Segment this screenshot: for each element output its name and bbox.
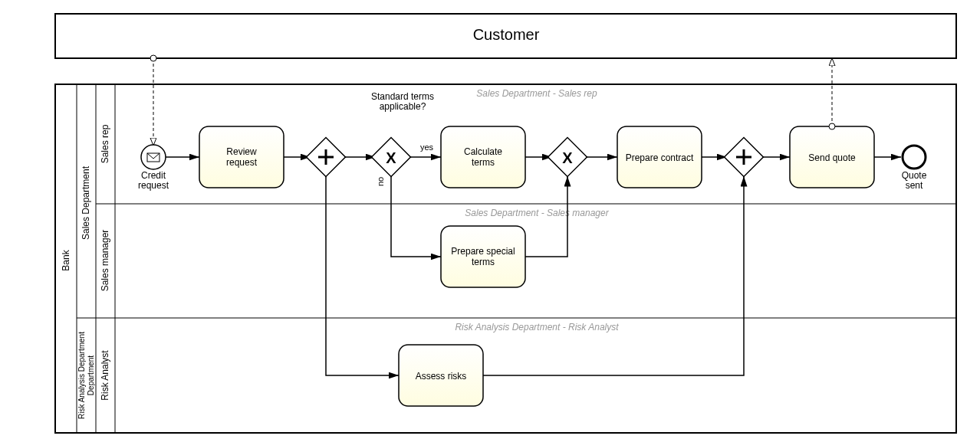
pool-customer: Customer: [55, 14, 956, 58]
svg-text:Standard terms: Standard terms: [371, 91, 434, 102]
svg-text:Department: Department: [87, 355, 95, 395]
svg-text:Assess risks: Assess risks: [416, 371, 467, 382]
sublane-sales-rep-caption: Sales Department - Sales rep: [476, 88, 597, 99]
svg-text:Prepare special: Prepare special: [451, 246, 515, 257]
svg-text:Review: Review: [226, 146, 257, 157]
x-icon: X: [562, 149, 573, 166]
svg-text:terms: terms: [472, 157, 495, 168]
start-event-label-2: request: [138, 180, 169, 191]
sublane-sales-manager-caption: Sales Department - Sales manager: [465, 208, 609, 218]
flow-no-label: no: [376, 177, 385, 186]
svg-text:Quote: Quote: [902, 170, 927, 181]
sublane-sales-manager-label: Sales manager: [100, 230, 110, 292]
svg-text:Send quote: Send quote: [808, 152, 856, 163]
svg-text:terms: terms: [472, 257, 495, 267]
svg-text:sent: sent: [906, 180, 923, 191]
sublane-sales-rep-label: Sales rep: [100, 124, 110, 163]
sublane-risk-analyst-label: Risk Analyst: [100, 350, 110, 401]
pool-customer-label: Customer: [473, 26, 540, 43]
task-prepare-contract: Prepare contract: [617, 126, 702, 188]
svg-text:Calculate: Calculate: [464, 146, 502, 157]
start-event-label-1: Credit: [141, 170, 166, 181]
lane-sales-department-label: Sales Department: [81, 165, 91, 240]
task-assess-risks: Assess risks: [399, 345, 483, 406]
flow-yes-label: yes: [420, 143, 434, 152]
svg-text:applicable?: applicable?: [380, 101, 426, 112]
x-icon: X: [386, 149, 396, 166]
lane-risk-analysis-label: Risk Analysis Department: [77, 332, 86, 419]
svg-point-41: [903, 146, 926, 169]
task-send-quote: Send quote: [790, 126, 874, 188]
message-icon: [147, 153, 159, 162]
svg-text:request: request: [226, 157, 258, 168]
pool-bank-label: Bank: [61, 249, 71, 270]
sublane-risk-analyst-caption: Risk Analysis Department - Risk Analyst: [455, 322, 619, 333]
svg-text:Prepare contract: Prepare contract: [626, 152, 694, 163]
bpmn-diagram: Customer Bank Sales Department Sales rep…: [8, 8, 980, 439]
